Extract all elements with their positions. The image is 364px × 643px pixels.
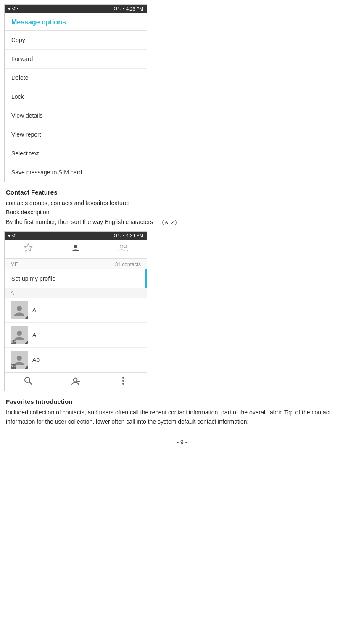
favorites-intro-section: Favorites Introduction Included collecti…: [4, 398, 360, 427]
menu-item-view-report[interactable]: View report: [5, 125, 147, 144]
contact-features-section: Contact Features contacts groups, contac…: [4, 189, 360, 227]
tab-favorites[interactable]: [5, 240, 52, 258]
contact-features-text: contacts groups, contacts and favorites …: [6, 198, 358, 227]
contacts-count: 31 contacts: [115, 261, 141, 267]
svg-point-12: [122, 377, 124, 379]
signal-icon: ♦ ↺ ▪: [8, 6, 18, 11]
network-icon: G⁺ᵢₗ ▪: [114, 6, 125, 11]
menu-item-delete[interactable]: Delete: [5, 69, 147, 87]
section-letter-a: A: [5, 288, 147, 298]
menu-item-select-text[interactable]: Select text: [5, 144, 147, 163]
contacts-me-row: ME 31 contacts: [5, 259, 147, 269]
svg-point-13: [122, 380, 124, 382]
svg-point-3: [124, 245, 127, 248]
svg-point-1: [74, 245, 77, 248]
contacts-tabs: [5, 240, 147, 259]
svg-point-9: [74, 378, 77, 382]
page-number: - 9 -: [4, 439, 360, 445]
svg-point-5: [17, 331, 22, 336]
text-line-3: By the first number, then sort the way E…: [6, 219, 180, 225]
status-icons-left-2: ♦ ↺: [8, 233, 16, 238]
profile-setup-text: Set up my profile: [11, 275, 55, 282]
contact-name-3: Ab: [32, 356, 40, 363]
svg-point-4: [17, 306, 22, 311]
message-options-dialog: Message options Copy Forward Delete Lock…: [5, 13, 147, 182]
text-line-2: Book description: [6, 209, 50, 216]
menu-item-save-sim[interactable]: Save message to SIM card: [5, 163, 147, 182]
screenshot-contacts: ♦ ↺ G⁺ᵢₗ ▪ 4:24 PM: [4, 231, 147, 391]
arrow-badge-2: [25, 340, 28, 344]
favorites-intro-heading: Favorites Introduction: [6, 398, 358, 405]
status-icons-left: ♦ ↺ ▪: [8, 6, 18, 11]
menu-item-lock[interactable]: Lock: [5, 87, 147, 106]
contact-name-2: A: [32, 332, 36, 338]
tab-groups[interactable]: [99, 240, 147, 258]
contacts-profile-row[interactable]: Set up my profile: [5, 269, 147, 288]
svg-point-14: [122, 383, 124, 385]
contacts-bottom-bar: [5, 372, 147, 391]
more-options-button[interactable]: [99, 376, 147, 387]
tab-contacts[interactable]: [52, 240, 100, 258]
menu-title: Message options: [5, 13, 147, 31]
text-line-1: contacts groups, contacts and favorites …: [6, 200, 129, 206]
arrow-badge-3: [25, 365, 28, 369]
contact-features-heading: Contact Features: [6, 189, 358, 196]
favorites-intro-text: Included collection of contacts, and use…: [6, 408, 358, 427]
contact-row-3[interactable]: SIM Ab: [5, 348, 147, 372]
search-button[interactable]: [5, 376, 52, 387]
menu-item-copy[interactable]: Copy: [5, 31, 147, 50]
status-icons-right-2: G⁺ᵢₗ ▪ 4:24 PM: [114, 233, 143, 238]
menu-item-view-details[interactable]: View details: [5, 106, 147, 125]
contact-row-2[interactable]: SIM A: [5, 323, 147, 348]
status-icons-right: G⁺ᵢₗ ▪ 4:23 PM: [114, 6, 143, 11]
contact-avatar-1: [11, 301, 28, 319]
status-bar-2: ♦ ↺ G⁺ᵢₗ ▪ 4:24 PM: [5, 232, 147, 240]
svg-marker-0: [24, 244, 32, 251]
me-label: ME: [11, 261, 18, 267]
menu-item-forward[interactable]: Forward: [5, 50, 147, 69]
sim-badge-2: SIM: [11, 340, 16, 344]
screenshot-message-options: ♦ ↺ ▪ G⁺ᵢₗ ▪ 4:23 PM Message options Cop…: [4, 4, 147, 182]
svg-line-8: [29, 382, 32, 385]
contact-avatar-2: SIM: [11, 326, 28, 344]
contact-row-1[interactable]: A: [5, 298, 147, 323]
signal-icon-2: ♦ ↺: [8, 233, 16, 238]
svg-point-2: [120, 245, 123, 248]
svg-point-6: [17, 356, 22, 361]
sim-badge-3: SIM: [11, 364, 16, 369]
contact-avatar-3: SIM: [11, 351, 28, 369]
time-display: 4:23 PM: [126, 6, 143, 11]
contact-name-1: A: [32, 307, 36, 314]
time-display-2: 4:24 PM: [126, 233, 143, 238]
network-icon-2: G⁺ᵢₗ ▪: [114, 233, 125, 238]
status-bar-1: ♦ ↺ ▪ G⁺ᵢₗ ▪ 4:23 PM: [5, 5, 147, 13]
add-contact-button[interactable]: [52, 376, 100, 387]
svg-point-7: [25, 377, 30, 382]
arrow-badge-1: [25, 316, 28, 319]
scroll-indicator: [145, 269, 147, 288]
